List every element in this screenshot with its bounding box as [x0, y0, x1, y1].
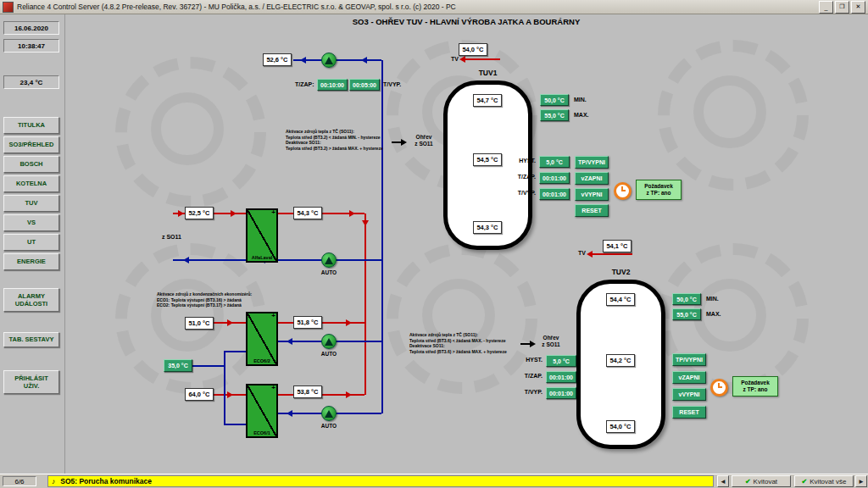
tuv1-min-setpoint[interactable]: 50,0 °C — [540, 94, 569, 106]
request-line2: z TP: ano — [637, 190, 681, 197]
tuv2-max-label: MAX. — [706, 311, 721, 317]
sidebar-item-titulka[interactable]: TITULKA — [3, 117, 59, 134]
eco1-inlet-temp: 64,0 °C — [185, 388, 214, 401]
tuv2-min-setpoint[interactable]: 50,0 °C — [672, 293, 701, 305]
maximize-button[interactable]: ❐ — [835, 1, 849, 14]
tuv2-tvyp-setpoint[interactable]: 00:01:00 — [546, 387, 576, 399]
tuv1-info-line: Teplota střed (BT3.2) > žádaná MAX. + hy… — [286, 146, 392, 152]
tvyp-setpoint[interactable]: 00:05:00 — [349, 79, 380, 91]
tuv2-max-setpoint[interactable]: 55,0 °C — [672, 308, 701, 320]
tuv1-hyst-setpoint[interactable]: 5,0 °C — [539, 156, 570, 168]
tuv1-max-setpoint[interactable]: 55,0 °C — [540, 109, 569, 121]
tuv1-ohrev-label: Ohřev z SO11 — [405, 134, 442, 147]
sidebar-item-so3-prehled[interactable]: SO3/PŘEHLED — [3, 136, 59, 153]
alarm-next-button[interactable]: ► — [855, 475, 867, 487]
cold-pipe — [224, 424, 246, 425]
flow-arrow — [287, 410, 292, 417]
tuv2-tp-request-icon[interactable] — [710, 379, 728, 396]
tvyp-label: T/VYP. — [383, 81, 401, 87]
tuv1-temp-top: 54,7 °C — [473, 94, 502, 107]
outdoor-temp-display: 23,4 °C — [3, 75, 59, 89]
tuv1-tvyp-label: T/VYP. — [502, 190, 536, 196]
tuv1-tv-label: TV — [451, 56, 459, 62]
tuv1-tp-vypni-button[interactable]: TP/VYPNI — [575, 156, 609, 169]
tuv1-tvyp-setpoint[interactable]: 00:01:00 — [539, 188, 570, 200]
tuv2-tv-pipe — [592, 253, 632, 255]
eco2-exchanger: + ECO6/2 — [246, 312, 278, 366]
tuv2-vvypni-button[interactable]: vVYPNI — [672, 388, 706, 401]
sidebar-item-prihlasit[interactable]: PŘIHLÁSIT UŽIV. — [3, 370, 59, 394]
tuv2-temp-top: 54,4 °C — [606, 293, 635, 306]
check-icon: ✔ — [802, 478, 808, 485]
sidebar-item-vs[interactable]: VS — [3, 214, 59, 231]
time-display: 10:38:47 — [3, 39, 59, 53]
tuv1-tp-request-badge: Požadavek z TP: ano — [636, 180, 682, 200]
tuv1-reset-button[interactable]: RESET — [575, 204, 609, 217]
tuv2-tp-vypni-button[interactable]: TP/VYPNI — [672, 353, 706, 366]
ohrev-line2: z SO11 — [405, 141, 442, 147]
tuv2-hyst-setpoint[interactable]: 5,0 °C — [546, 355, 576, 367]
flow-arrow — [346, 319, 352, 326]
sidebar-item-bosch[interactable]: BOSCH — [3, 156, 59, 173]
flow-arrow — [361, 57, 367, 64]
alfalaval-outlet-temp: 54,3 °C — [293, 207, 322, 219]
tuv1-tank-label: TUV1 — [443, 69, 532, 77]
flow-arrow — [346, 391, 352, 398]
sidebar-item-tuv[interactable]: TUV — [3, 195, 59, 212]
tuv2-tp-request-badge: Požadavek z TP: ano — [732, 376, 778, 396]
eco2-pump-icon[interactable] — [321, 334, 337, 349]
alfalaval-pump-icon[interactable] — [321, 252, 337, 268]
pump-mode-label: AUTO — [316, 269, 342, 275]
tuv2-temp-bot: 54,0 °C — [606, 420, 635, 433]
cold-pipe — [293, 59, 381, 61]
sidebar-item-kotelna[interactable]: KOTELNA — [3, 175, 59, 192]
tuv1-min-label: MIN. — [574, 97, 587, 103]
tuv1-tv-pipe — [465, 58, 500, 60]
sidebar-item-alarmy[interactable]: ALARMY UDÁLOSTI — [3, 288, 59, 312]
flow-arrow — [287, 338, 292, 345]
request-line1: Požadavek — [637, 183, 681, 190]
main-canvas: SO3 - OHŘEV TUV - HLAVNÍ VÝROBA JATKA A … — [64, 14, 868, 474]
alarm-counter: 6/6 — [3, 476, 36, 486]
tzap-setpoint[interactable]: 00:10:00 — [317, 79, 348, 91]
page-title: SO3 - OHŘEV TUV - HLAVNÍ VÝROBA JATKA A … — [64, 17, 868, 26]
alarm-text: SO5: Porucha komunikace — [60, 477, 152, 485]
pump-mode-label: AUTO — [316, 423, 342, 429]
request-line1: Požadavek — [733, 380, 777, 386]
flow-arrow — [231, 210, 236, 217]
tuv1-temp-bot: 54,3 °C — [473, 221, 502, 234]
sidebar-item-ut[interactable]: UT — [3, 234, 59, 251]
eco2-inlet-temp: 51,0 °C — [185, 317, 214, 330]
alarmy-label-line1: ALARMY — [18, 292, 45, 300]
tuv2-vzapni-button[interactable]: vZAPNI — [672, 371, 706, 384]
tuv2-supply-temp: 54,1 °C — [603, 240, 632, 252]
tuv2-reset-button[interactable]: RESET — [672, 406, 706, 419]
statusbar: 6/6 ♪ SO5: Porucha komunikace ◄ ✔ Kvitov… — [0, 474, 868, 488]
ohrev-line1: Ohřev — [532, 335, 570, 341]
tuv1-hyst-label: HYST. — [502, 158, 536, 164]
tuv1-vvypni-button[interactable]: vVYPNI — [575, 188, 609, 201]
sidebar-item-energie[interactable]: ENERGIE — [3, 253, 59, 270]
hot-pipe-riser — [364, 214, 366, 395]
login-label-line2: UŽIV. — [24, 382, 39, 390]
alarm-prev-button[interactable]: ◄ — [717, 475, 729, 487]
minimize-button[interactable]: _ — [819, 1, 833, 14]
exchanger-label: ECO6/2 — [248, 358, 276, 363]
tuv1-tzap-setpoint[interactable]: 00:01:00 — [539, 172, 570, 184]
plus-sign: + — [271, 384, 275, 391]
current-alarm-line[interactable]: ♪ SO5: Porucha komunikace — [47, 475, 714, 487]
eco1-outlet-temp: 53,8 °C — [293, 385, 322, 398]
tuv1-vzapni-button[interactable]: vZAPNI — [575, 172, 609, 185]
acknowledge-button[interactable]: ✔ Kvitovat — [732, 475, 791, 487]
close-button[interactable]: ✕ — [851, 1, 865, 14]
tuv1-supply-temp: 54,0 °C — [459, 43, 487, 56]
tuv2-tzap-setpoint[interactable]: 00:01:00 — [546, 371, 576, 383]
acknowledge-all-label: Kvitovat vše — [810, 478, 846, 485]
tuv2-hyst-label: HYST. — [509, 357, 542, 363]
acknowledge-all-button[interactable]: ✔ Kvitovat vše — [794, 475, 854, 487]
flow-arrow — [587, 251, 593, 258]
tuv1-tp-request-icon[interactable] — [614, 182, 632, 200]
eco1-pump-icon[interactable] — [321, 406, 337, 421]
circulation-pump-icon[interactable] — [321, 53, 337, 68]
sidebar-item-tab-sestavy[interactable]: TAB. SESTAVY — [3, 332, 59, 347]
